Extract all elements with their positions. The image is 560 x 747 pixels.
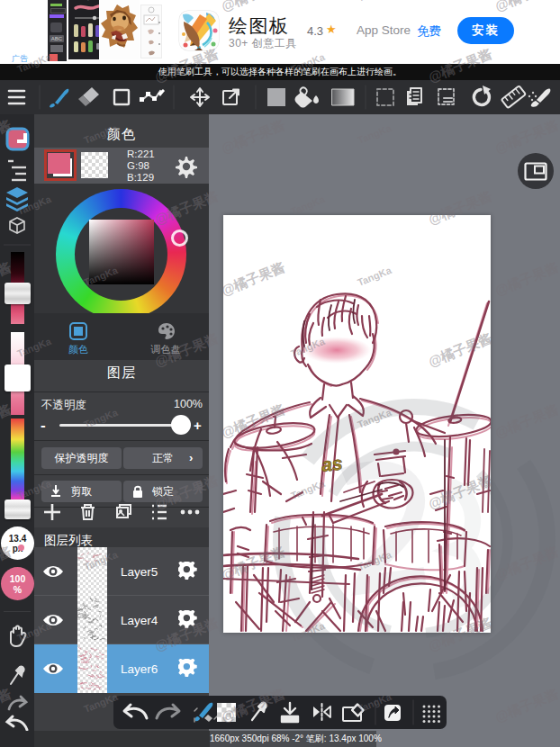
svg-text:Layer5: Layer5 <box>121 565 158 579</box>
svg-text:Layer4: Layer4 <box>121 614 158 627</box>
svg-text:as: as <box>321 453 344 475</box>
svg-text:Layer6: Layer6 <box>121 662 158 676</box>
